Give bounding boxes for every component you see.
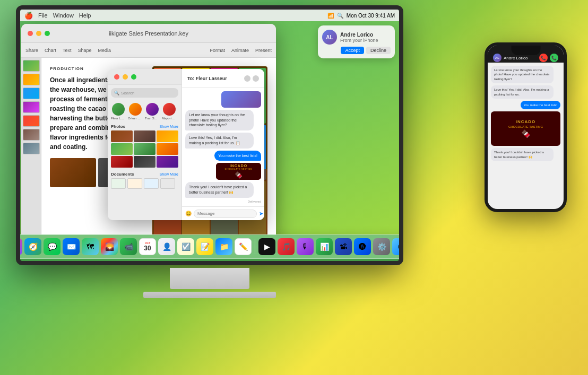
toolbar-share[interactable]: Share	[25, 48, 38, 53]
window-maximize-button[interactable]	[45, 31, 50, 36]
notification-accept-button[interactable]: Accept	[341, 47, 364, 54]
doc-thumb-2[interactable]	[127, 178, 142, 189]
iphone-accept-call-button[interactable]: 📞	[550, 54, 558, 62]
dock-photos-icon[interactable]: 🌄	[101, 238, 118, 255]
documents-grid	[111, 178, 178, 189]
chat-btn-video[interactable]	[244, 75, 250, 82]
dock-music-icon[interactable]: 🎵	[278, 238, 295, 255]
doc-thumb-1[interactable]	[111, 178, 126, 189]
documents-show-more-button[interactable]: Show More	[160, 172, 178, 176]
dock-appstore-icon[interactable]: 🅐	[354, 238, 371, 255]
photos-section-label: Photos	[111, 124, 125, 129]
contact-fleur[interactable]: Fleur Lasseur	[111, 103, 126, 120]
dock-messages-icon[interactable]: 💬	[44, 238, 60, 255]
menubar-time: Mon Oct 30 9:41 AM	[347, 13, 395, 19]
toolbar-present[interactable]: Present	[255, 48, 272, 53]
dock-screentime-icon[interactable]: ⏱	[392, 238, 399, 255]
keynote-toolbar: Share Chart Text Shape Media Format Anim…	[21, 43, 276, 58]
iphone-flyer-incado: INCADO	[516, 119, 536, 124]
dock-mail-icon[interactable]: ✉️	[63, 238, 80, 255]
notification-subtitle: From your iPhone	[340, 38, 391, 43]
iphone-flyer-chocolate-tasting: CHOCOLATE TASTING	[508, 125, 543, 128]
toolbar-shape[interactable]: Shape	[78, 48, 92, 53]
doc-thumb-4[interactable]	[160, 178, 175, 189]
chat-btn-info[interactable]	[253, 75, 259, 82]
photo-thumb-6[interactable]	[157, 143, 178, 155]
messages-chat-area: To: Fleur Lasseur Let me know your thoug…	[182, 69, 264, 220]
toolbar-chart[interactable]: Chart	[45, 48, 56, 53]
iphone-end-call-button[interactable]: 📞	[539, 54, 548, 62]
chat-bubble-received-1: Let me know your thoughts on the photo! …	[185, 110, 254, 130]
desktop-area: iikigate Sales Presentation.key Share Ch…	[20, 21, 399, 234]
chat-messages-list: Let me know your thoughts on the photo! …	[182, 88, 264, 206]
slide-thumb-5[interactable]	[23, 115, 40, 127]
toolbar-text[interactable]: Text	[63, 48, 72, 53]
notification-decline-button[interactable]: Decline	[366, 47, 391, 54]
photo-thumb-8[interactable]	[134, 156, 155, 168]
photo-thumb-9[interactable]	[157, 156, 178, 168]
chat-message-input[interactable]	[194, 210, 257, 218]
contact-tran[interactable]: Tran Smith	[145, 103, 160, 120]
chat-bubble-received-2: Love this! Yes, I did. Also, I'm making …	[185, 133, 254, 149]
contact-name-mayori: Mayori Patel	[162, 117, 177, 120]
doc-thumb-3[interactable]	[144, 178, 159, 189]
dock-appletv-icon[interactable]: ▶	[258, 238, 275, 255]
menubar-left: 🍎 File Window Help	[24, 12, 91, 20]
messages-minimize-button[interactable]	[123, 74, 128, 80]
photo-thumb-3[interactable]	[157, 130, 178, 142]
menu-item-help[interactable]: Help	[79, 12, 91, 19]
photo-thumb-4[interactable]	[111, 143, 133, 155]
messages-close-button[interactable]	[114, 74, 119, 80]
photo-thumb-2[interactable]	[134, 130, 155, 142]
notification-header: AL Andre Lorico From your iPhone	[322, 30, 391, 45]
messages-search-box[interactable]: 🔍 Search	[111, 88, 178, 98]
menubar-right: 📶 🔍 Mon Oct 30 9:41 AM	[327, 13, 395, 19]
dock-safari-icon[interactable]: 🧭	[24, 238, 41, 255]
dock-facetime-icon[interactable]: 📹	[120, 238, 137, 255]
dock-system-settings-icon[interactable]: ⚙️	[373, 238, 390, 255]
apple-logo-icon[interactable]: 🍎	[24, 12, 33, 20]
dock-files-icon[interactable]: 📁	[215, 238, 232, 255]
chat-send-button[interactable]: ➤	[259, 211, 263, 216]
slide-thumb-6[interactable]	[23, 129, 40, 141]
toolbar-animate[interactable]: Animate	[231, 48, 249, 53]
slide-thumb-2[interactable]	[23, 74, 40, 85]
toolbar-format[interactable]: Format	[210, 48, 225, 53]
contact-name-fleur: Fleur Lasseur	[111, 117, 126, 120]
menu-item-file[interactable]: File	[38, 12, 48, 19]
search-icon[interactable]: 🔍	[337, 13, 343, 19]
dock-launchpad-icon[interactable]: 🚀	[20, 238, 22, 255]
photo-thumb-5[interactable]	[134, 143, 155, 155]
photo-thumb-1[interactable]	[111, 130, 133, 142]
dock-calendar-icon[interactable]: OCT 30	[139, 238, 156, 255]
dock-notes-icon[interactable]: 📝	[196, 238, 213, 255]
slide-thumb-4[interactable]	[23, 101, 40, 113]
dock-keynote-icon[interactable]: 📽	[335, 238, 352, 255]
documents-section-label: Documents	[111, 172, 134, 177]
messages-titlebar	[108, 69, 181, 85]
contact-orkun[interactable]: Orkun Kucuksevin	[128, 103, 143, 120]
chat-shared-image	[221, 91, 261, 108]
photos-show-more-button[interactable]: Show More	[160, 125, 178, 128]
dock-separator	[255, 239, 255, 254]
slide-thumb-7[interactable]	[23, 143, 40, 154]
dock-maps-icon[interactable]: 🗺	[82, 238, 99, 255]
menu-item-window[interactable]: Window	[53, 12, 74, 19]
toolbar-media[interactable]: Media	[98, 48, 111, 53]
chat-input-area: 😊 ➤	[182, 206, 264, 220]
dock-numbers-icon[interactable]: 📊	[316, 238, 333, 255]
dock-podcasts-icon[interactable]: 🎙	[297, 238, 314, 255]
chat-emoji-button[interactable]: 😊	[185, 211, 192, 216]
dock-contacts-icon[interactable]: 👤	[158, 238, 175, 255]
macos-dock: 🖥 🚀 🧭 💬 ✉️ 🗺 🌄	[20, 234, 399, 259]
slide-thumb-1[interactable]	[23, 60, 40, 72]
photo-thumb-7[interactable]	[111, 156, 133, 168]
contact-mayori[interactable]: Mayori Patel	[162, 103, 177, 120]
window-minimize-button[interactable]	[36, 31, 41, 36]
slide-thumb-3[interactable]	[23, 88, 40, 99]
dock-freeform-icon[interactable]: ✏️	[235, 238, 252, 255]
dock-reminders-icon[interactable]: ☑️	[177, 238, 194, 255]
chat-bubble-sent-1: You make the best lists!	[214, 151, 261, 161]
window-close-button[interactable]	[28, 31, 33, 36]
messages-expand-button[interactable]	[131, 74, 136, 80]
